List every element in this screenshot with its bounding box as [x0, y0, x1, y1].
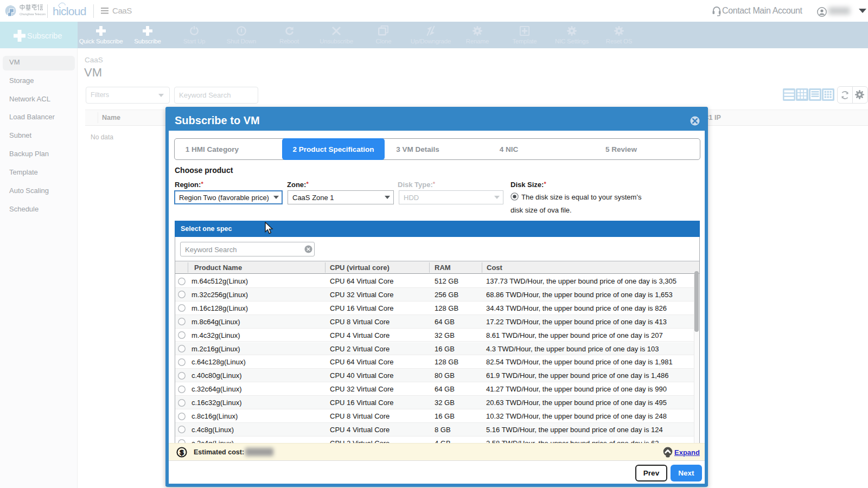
svg-text:$: $ [180, 448, 184, 457]
